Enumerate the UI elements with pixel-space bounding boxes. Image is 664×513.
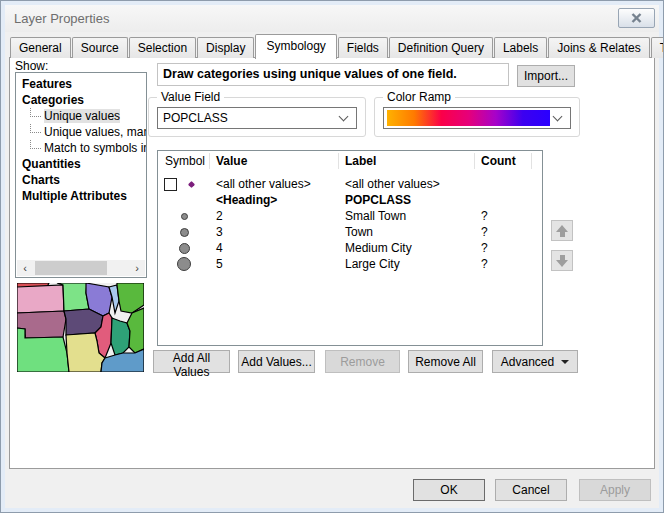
show-item-unique-values[interactable]: Unique values	[22, 108, 146, 124]
close-icon	[631, 13, 642, 23]
tab-symbology[interactable]: Symbology	[255, 34, 336, 59]
close-button[interactable]	[618, 8, 655, 28]
tab-fields[interactable]: Fields	[338, 37, 388, 58]
table-row-heading[interactable]: <Heading> POPCLASS	[158, 192, 542, 208]
remove-button[interactable]: Remove	[325, 350, 400, 373]
arrow-down-icon	[556, 255, 568, 267]
all-other-values-checkbox[interactable]	[164, 178, 177, 191]
table-row-small-town[interactable]: 2 Small Town ?	[158, 208, 542, 224]
color-ramp-group: Color Ramp	[374, 97, 580, 137]
chevron-down-icon	[553, 112, 563, 122]
add-values-button[interactable]: Add Values...	[238, 350, 315, 373]
column-header-symbol[interactable]: Symbol	[158, 153, 210, 169]
value-field-dropdown[interactable]: POPCLASS	[157, 107, 357, 129]
tab-source[interactable]: Source	[72, 37, 128, 58]
show-item-quantities[interactable]: Quantities	[22, 156, 146, 172]
chevron-down-icon	[339, 112, 349, 122]
table-row-large-city[interactable]: 5 Large City ?	[158, 256, 542, 272]
tree-connector-icon	[30, 124, 41, 133]
method-description: Draw categories using unique values of o…	[157, 63, 509, 86]
tab-time[interactable]: Time	[651, 37, 664, 58]
tab-definition-query[interactable]: Definition Query	[389, 37, 493, 58]
show-item-multiple-attributes[interactable]: Multiple Attributes	[22, 188, 146, 204]
cancel-button[interactable]: Cancel	[495, 479, 567, 501]
show-item-match-symbols[interactable]: Match to symbols in a	[22, 140, 146, 156]
color-ramp-gradient	[387, 110, 550, 126]
value-field-value: POPCLASS	[158, 111, 340, 125]
table-row-all-other-values[interactable]: <all other values> <all other values>	[158, 176, 542, 192]
scroll-right-icon[interactable]: ›	[129, 260, 145, 276]
point-symbol[interactable]	[180, 228, 189, 237]
unique-values-table: Symbol Value Label Count <all other valu…	[157, 150, 543, 346]
tab-joins-relates[interactable]: Joins & Relates	[548, 37, 649, 58]
scrollbar-thumb[interactable]	[35, 261, 107, 275]
value-field-label: Value Field	[157, 90, 224, 104]
value-field-group: Value Field POPCLASS	[148, 97, 366, 137]
color-ramp-dropdown[interactable]	[383, 107, 571, 129]
title-bar[interactable]: Layer Properties	[5, 5, 659, 32]
show-item-features[interactable]: Features	[22, 76, 146, 92]
remove-all-button[interactable]: Remove All	[408, 350, 483, 373]
column-header-value[interactable]: Value	[210, 153, 339, 169]
add-all-values-button[interactable]: Add All Values	[153, 350, 230, 373]
apply-button[interactable]: Apply	[579, 479, 651, 501]
horizontal-scrollbar[interactable]: ‹ ›	[17, 260, 145, 276]
dropdown-caret-icon	[561, 360, 569, 364]
point-symbol[interactable]	[177, 257, 191, 271]
tab-labels[interactable]: Labels	[494, 37, 547, 58]
advanced-button[interactable]: Advanced	[492, 350, 578, 373]
show-item-charts[interactable]: Charts	[22, 172, 146, 188]
map-preview	[17, 283, 144, 372]
ok-button[interactable]: OK	[413, 479, 485, 501]
show-item-unique-values-many[interactable]: Unique values, many	[22, 124, 146, 140]
column-header-label[interactable]: Label	[339, 153, 475, 169]
tab-selection[interactable]: Selection	[129, 37, 196, 58]
tree-connector-icon	[30, 140, 41, 149]
table-header: Symbol Value Label Count	[158, 151, 542, 171]
window-title: Layer Properties	[14, 11, 109, 26]
layer-properties-dialog: Layer Properties General Source Selectio…	[0, 0, 664, 513]
table-row-town[interactable]: 3 Town ?	[158, 224, 542, 240]
all-other-values-symbol[interactable]	[188, 180, 195, 187]
move-down-button[interactable]	[551, 250, 573, 271]
show-tree: Features Categories Unique values Unique…	[15, 72, 147, 278]
color-ramp-label: Color Ramp	[383, 90, 455, 104]
point-symbol[interactable]	[181, 213, 188, 220]
symbology-tab-page: Show: Features Categories Unique values …	[9, 57, 655, 469]
tree-connector-icon	[30, 108, 41, 117]
import-button[interactable]: Import...	[517, 65, 575, 87]
tab-general[interactable]: General	[10, 37, 71, 58]
tab-display[interactable]: Display	[197, 37, 254, 58]
states-map-thumbnail	[17, 283, 144, 372]
tab-strip: General Source Selection Display Symbolo…	[10, 34, 664, 58]
arrow-up-icon	[556, 225, 568, 237]
show-label: Show:	[15, 59, 48, 73]
scroll-left-icon[interactable]: ‹	[17, 260, 33, 276]
table-row-medium-city[interactable]: 4 Medium City ?	[158, 240, 542, 256]
show-item-categories[interactable]: Categories	[22, 92, 146, 108]
point-symbol[interactable]	[179, 243, 190, 254]
move-up-button[interactable]	[551, 220, 573, 241]
column-header-count[interactable]: Count	[475, 153, 532, 169]
